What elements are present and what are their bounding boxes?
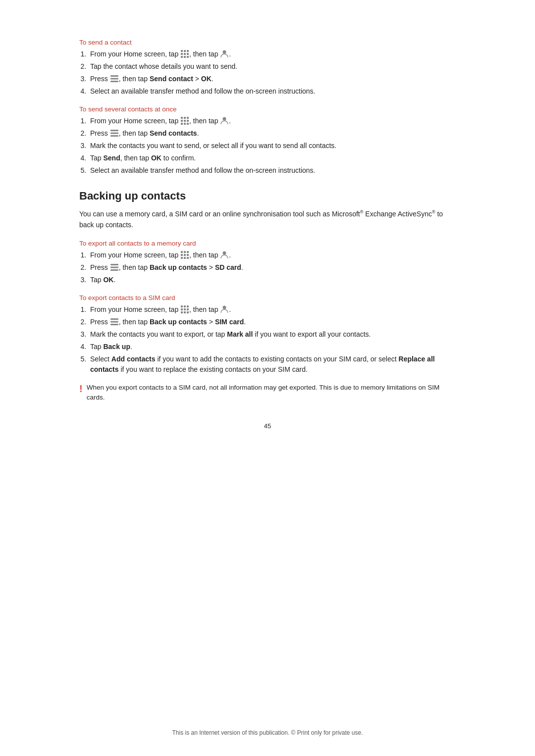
svg-rect-26	[181, 251, 183, 253]
send-several-steps: From your Home screen, tap , then tap	[88, 116, 456, 176]
send-contact-bold: Send contact	[150, 75, 193, 83]
send-contact-step1: From your Home screen, tap , then tap	[88, 49, 456, 59]
svg-rect-4	[184, 53, 186, 55]
send-several-step4: Tap Send, then tap OK to confirm.	[88, 153, 456, 163]
svg-rect-2	[187, 50, 189, 52]
page-footer: This is an Internet version of this publ…	[0, 729, 535, 736]
send-contact-step3: Press , then tap Send contact > OK.	[88, 74, 456, 84]
backing-up-intro: You can use a memory card, a SIM card or…	[79, 208, 456, 231]
send-contact-section: To send a contact From your Home screen,…	[79, 39, 456, 97]
svg-rect-41	[187, 305, 189, 307]
add-contacts-bold: Add contacts	[111, 355, 156, 363]
sd-card-bold: SD card	[215, 263, 241, 271]
svg-rect-7	[184, 56, 186, 58]
export-memory-step3: Tap OK.	[88, 275, 456, 285]
svg-rect-43	[184, 308, 186, 310]
svg-point-48	[223, 306, 226, 309]
menu-icon-4	[110, 318, 119, 326]
svg-rect-10	[110, 75, 118, 77]
warning-box: ! When you export contacts to a SIM card…	[79, 383, 456, 403]
send-several-step3: Mark the contacts you want to send, or s…	[88, 141, 456, 151]
menu-icon-3	[110, 263, 119, 271]
export-sim-step1: From your Home screen, tap	[88, 304, 456, 315]
export-sim-section: To export contacts to a SIM card From yo…	[79, 294, 456, 403]
svg-rect-15	[187, 117, 189, 119]
svg-point-9	[223, 50, 226, 54]
person-icon-2	[220, 116, 229, 125]
send-several-section: To send several contacts at once From yo…	[79, 105, 456, 176]
svg-rect-28	[187, 251, 189, 253]
send-several-step2: Press , then tap Send contacts.	[88, 128, 456, 139]
svg-rect-29	[181, 254, 183, 256]
send-contact-heading: To send a contact	[79, 39, 456, 46]
svg-rect-21	[187, 123, 189, 125]
menu-icon	[110, 75, 119, 83]
export-memory-heading: To export all contacts to a memory card	[79, 240, 456, 247]
svg-rect-20	[184, 123, 186, 125]
ok-bold-3: OK	[103, 276, 113, 284]
export-sim-steps: From your Home screen, tap	[88, 304, 456, 375]
svg-rect-31	[187, 254, 189, 256]
svg-rect-50	[110, 321, 118, 323]
export-sim-step2: Press , then tap Back up contacts > SIM …	[88, 317, 456, 327]
export-memory-step1: From your Home screen, tap	[88, 250, 456, 260]
svg-rect-40	[184, 305, 186, 307]
svg-rect-30	[184, 254, 186, 256]
mark-all-bold: Mark all	[227, 330, 253, 338]
svg-rect-34	[187, 257, 189, 259]
svg-rect-49	[110, 318, 118, 320]
grid-icon-4	[180, 305, 189, 314]
send-contact-step2: Tap the contact whose details you want t…	[88, 61, 456, 72]
export-memory-section: To export all contacts to a memory card …	[79, 240, 456, 285]
export-memory-step2: Press , then tap Back up contacts > SD c…	[88, 262, 456, 273]
svg-rect-32	[181, 257, 183, 259]
svg-rect-25	[110, 135, 118, 137]
svg-rect-23	[110, 130, 118, 131]
export-sim-heading: To export contacts to a SIM card	[79, 294, 456, 302]
svg-rect-19	[181, 123, 183, 125]
svg-rect-27	[184, 251, 186, 253]
svg-rect-1	[184, 50, 186, 52]
export-sim-step3: Mark the contacts you want to export, or…	[88, 329, 456, 340]
svg-rect-6	[181, 56, 183, 58]
svg-rect-11	[110, 78, 118, 80]
send-contact-steps: From your Home screen, tap , then tap	[88, 49, 456, 97]
svg-rect-37	[110, 267, 118, 268]
grid-icon	[180, 50, 189, 58]
export-sim-step5: Select Add contacts if you want to add t…	[88, 354, 456, 375]
sim-card-bold: SIM card	[215, 318, 244, 326]
person-icon	[220, 50, 229, 58]
svg-rect-45	[181, 311, 183, 313]
svg-rect-3	[181, 53, 183, 55]
export-sim-step4: Tap Back up.	[88, 342, 456, 352]
send-several-heading: To send several contacts at once	[79, 105, 456, 113]
send-contacts-bold: Send contacts	[150, 129, 197, 137]
svg-rect-8	[187, 56, 189, 58]
warning-icon: !	[79, 384, 83, 394]
svg-rect-12	[110, 81, 118, 82]
svg-rect-39	[181, 305, 183, 307]
svg-rect-46	[184, 311, 186, 313]
grid-icon-3	[180, 251, 189, 259]
export-memory-steps: From your Home screen, tap	[88, 250, 456, 285]
svg-rect-17	[184, 120, 186, 122]
svg-rect-44	[187, 308, 189, 310]
backing-up-section: Backing up contacts You can use a memory…	[79, 190, 456, 403]
backing-up-title: Backing up contacts	[79, 190, 456, 202]
person-icon-4	[220, 305, 229, 314]
svg-rect-33	[184, 257, 186, 259]
back-up-bold: Back up	[103, 343, 130, 351]
ok-bold: OK	[201, 75, 212, 83]
svg-rect-0	[181, 50, 183, 52]
send-bold: Send	[103, 154, 120, 162]
svg-point-35	[223, 252, 226, 255]
back-up-contacts-bold-2: Back up contacts	[150, 318, 207, 326]
ok-bold-2: OK	[151, 154, 161, 162]
svg-point-22	[223, 117, 226, 121]
svg-rect-5	[187, 53, 189, 55]
svg-rect-42	[181, 308, 183, 310]
back-up-contacts-bold: Back up contacts	[150, 263, 207, 271]
svg-rect-18	[187, 120, 189, 122]
send-contact-step4: Select an available transfer method and …	[88, 86, 456, 97]
menu-icon-2	[110, 129, 119, 137]
